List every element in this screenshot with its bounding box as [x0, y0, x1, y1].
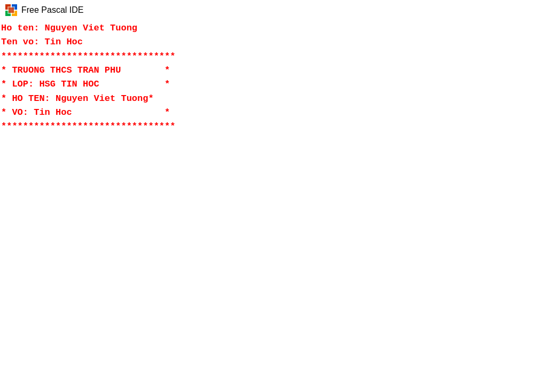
- app-title: Free Pascal IDE: [21, 5, 83, 15]
- title-bar: Free Pascal IDE: [0, 0, 547, 20]
- console-line: * HO TEN: Nguyen Viet Tuong*: [0, 92, 547, 106]
- app-icon: [5, 4, 17, 16]
- console-line: Ten vo: Tin Hoc: [0, 35, 547, 49]
- console-line: * LOP: HSG TIN HOC *: [0, 77, 547, 91]
- console-line: ********************************: [0, 120, 547, 134]
- console-line: Ho ten: Nguyen Viet Tuong: [0, 21, 547, 35]
- console-line: * TRUONG THCS TRAN PHU *: [0, 64, 547, 77]
- console-line: ********************************: [0, 50, 547, 64]
- svg-rect-5: [9, 7, 14, 13]
- console-line: * VO: Tin Hoc *: [0, 106, 547, 120]
- console-output: Ho ten: Nguyen Viet Tuong Ten vo: Tin Ho…: [0, 20, 547, 134]
